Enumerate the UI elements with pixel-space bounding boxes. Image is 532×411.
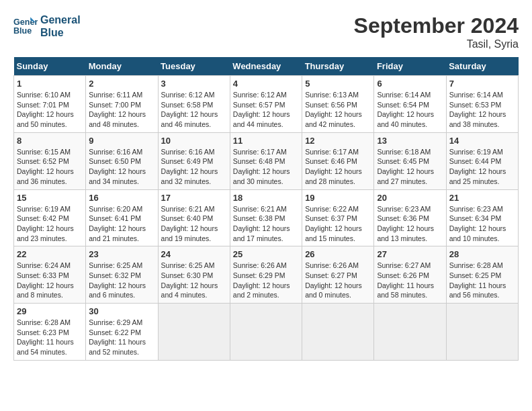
day-number: 27 [377,249,443,259]
calendar-header-row: SundayMondayTuesdayWednesdayThursdayFrid… [14,57,519,76]
calendar-cell: 29 Sunrise: 6:28 AM Sunset: 6:23 PM Dayl… [14,304,86,361]
calendar-cell: 12 Sunrise: 6:17 AM Sunset: 6:46 PM Dayl… [302,132,374,189]
day-info: Sunrise: 6:28 AM Sunset: 6:23 PM Dayligh… [17,318,83,357]
day-info: Sunrise: 6:16 AM Sunset: 6:49 PM Dayligh… [161,147,227,187]
day-number: 28 [449,249,515,259]
day-info: Sunrise: 6:12 AM Sunset: 6:57 PM Dayligh… [233,90,299,130]
day-number: 7 [449,79,515,89]
day-number: 20 [377,193,443,203]
day-number: 3 [161,79,227,89]
calendar-cell: 17 Sunrise: 6:21 AM Sunset: 6:40 PM Dayl… [158,189,230,246]
day-number: 26 [305,249,371,259]
day-info: Sunrise: 6:19 AM Sunset: 6:44 PM Dayligh… [449,147,515,187]
logo-text-general: General [40,13,81,26]
calendar-cell: 26 Sunrise: 6:26 AM Sunset: 6:27 PM Dayl… [302,246,374,304]
calendar-cell: 3 Sunrise: 6:12 AM Sunset: 6:58 PM Dayli… [158,76,230,133]
day-number: 23 [89,249,154,259]
day-of-week-header: Thursday [302,57,374,76]
location: Tasil, Syria [354,38,519,50]
calendar-cell: 10 Sunrise: 6:16 AM Sunset: 6:49 PM Dayl… [158,132,230,189]
day-info: Sunrise: 6:26 AM Sunset: 6:27 PM Dayligh… [305,261,371,300]
logo: General Blue General Blue [13,13,81,39]
day-of-week-header: Friday [374,57,446,76]
day-info: Sunrise: 6:29 AM Sunset: 6:22 PM Dayligh… [89,318,154,357]
day-number: 10 [161,136,227,146]
svg-text:Blue: Blue [13,26,32,36]
calendar-cell: 14 Sunrise: 6:19 AM Sunset: 6:44 PM Dayl… [446,132,518,189]
calendar-cell: 23 Sunrise: 6:25 AM Sunset: 6:32 PM Dayl… [86,246,158,304]
calendar-cell: 13 Sunrise: 6:18 AM Sunset: 6:45 PM Dayl… [374,132,446,189]
day-info: Sunrise: 6:24 AM Sunset: 6:33 PM Dayligh… [17,261,83,300]
calendar-cell: 18 Sunrise: 6:21 AM Sunset: 6:38 PM Dayl… [230,189,302,246]
day-info: Sunrise: 6:21 AM Sunset: 6:40 PM Dayligh… [161,204,227,244]
day-number: 6 [377,79,443,89]
calendar-cell: 8 Sunrise: 6:15 AM Sunset: 6:52 PM Dayli… [14,132,86,189]
day-info: Sunrise: 6:17 AM Sunset: 6:48 PM Dayligh… [233,147,299,187]
logo-icon: General Blue [13,14,38,38]
day-number: 11 [233,136,299,146]
day-info: Sunrise: 6:28 AM Sunset: 6:25 PM Dayligh… [449,261,515,300]
day-number: 19 [305,193,371,203]
day-number: 24 [161,249,227,259]
calendar-cell: 2 Sunrise: 6:11 AM Sunset: 7:00 PM Dayli… [86,76,158,133]
day-info: Sunrise: 6:21 AM Sunset: 6:38 PM Dayligh… [233,204,299,244]
day-info: Sunrise: 6:23 AM Sunset: 6:34 PM Dayligh… [449,204,515,244]
calendar-cell: 30 Sunrise: 6:29 AM Sunset: 6:22 PM Dayl… [86,304,158,361]
calendar-table: SundayMondayTuesdayWednesdayThursdayFrid… [13,57,519,361]
day-info: Sunrise: 6:16 AM Sunset: 6:50 PM Dayligh… [89,147,154,187]
day-of-week-header: Monday [86,57,158,76]
day-number: 22 [17,249,83,259]
calendar-cell: 15 Sunrise: 6:19 AM Sunset: 6:42 PM Dayl… [14,189,86,246]
day-number: 16 [89,193,154,203]
day-info: Sunrise: 6:23 AM Sunset: 6:36 PM Dayligh… [377,204,443,244]
day-info: Sunrise: 6:14 AM Sunset: 6:53 PM Dayligh… [449,90,515,130]
month-title: September 2024 [354,13,519,38]
day-info: Sunrise: 6:22 AM Sunset: 6:37 PM Dayligh… [305,204,371,244]
logo-text-blue: Blue [40,26,81,39]
day-number: 21 [449,193,515,203]
calendar-body: 1 Sunrise: 6:10 AM Sunset: 7:01 PM Dayli… [14,76,519,361]
calendar-cell: 19 Sunrise: 6:22 AM Sunset: 6:37 PM Dayl… [302,189,374,246]
calendar-cell: 28 Sunrise: 6:28 AM Sunset: 6:25 PM Dayl… [446,246,518,304]
day-info: Sunrise: 6:18 AM Sunset: 6:45 PM Dayligh… [377,147,443,187]
calendar-week-row: 8 Sunrise: 6:15 AM Sunset: 6:52 PM Dayli… [14,132,519,189]
day-number: 15 [17,193,83,203]
day-number: 12 [305,136,371,146]
day-number: 5 [305,79,371,89]
day-number: 9 [89,136,154,146]
calendar-week-row: 15 Sunrise: 6:19 AM Sunset: 6:42 PM Dayl… [14,189,519,246]
calendar-cell [158,304,230,361]
day-info: Sunrise: 6:11 AM Sunset: 7:00 PM Dayligh… [89,90,154,130]
day-info: Sunrise: 6:15 AM Sunset: 6:52 PM Dayligh… [17,147,83,187]
day-info: Sunrise: 6:25 AM Sunset: 6:32 PM Dayligh… [89,261,154,300]
day-info: Sunrise: 6:17 AM Sunset: 6:46 PM Dayligh… [305,147,371,187]
calendar-cell: 22 Sunrise: 6:24 AM Sunset: 6:33 PM Dayl… [14,246,86,304]
day-number: 2 [89,79,154,89]
calendar-cell [446,304,518,361]
calendar-week-row: 1 Sunrise: 6:10 AM Sunset: 7:01 PM Dayli… [14,76,519,133]
calendar-cell: 27 Sunrise: 6:27 AM Sunset: 6:26 PM Dayl… [374,246,446,304]
page-header: General Blue General Blue September 2024… [13,13,519,50]
day-number: 29 [17,306,83,316]
day-number: 18 [233,193,299,203]
calendar-cell: 16 Sunrise: 6:20 AM Sunset: 6:41 PM Dayl… [86,189,158,246]
day-number: 17 [161,193,227,203]
day-number: 13 [377,136,443,146]
day-info: Sunrise: 6:27 AM Sunset: 6:26 PM Dayligh… [377,261,443,300]
day-info: Sunrise: 6:10 AM Sunset: 7:01 PM Dayligh… [17,90,83,130]
calendar-cell [230,304,302,361]
day-number: 1 [17,79,83,89]
calendar-cell: 20 Sunrise: 6:23 AM Sunset: 6:36 PM Dayl… [374,189,446,246]
calendar-cell: 21 Sunrise: 6:23 AM Sunset: 6:34 PM Dayl… [446,189,518,246]
calendar-cell: 24 Sunrise: 6:25 AM Sunset: 6:30 PM Dayl… [158,246,230,304]
calendar-cell: 7 Sunrise: 6:14 AM Sunset: 6:53 PM Dayli… [446,76,518,133]
calendar-cell: 9 Sunrise: 6:16 AM Sunset: 6:50 PM Dayli… [86,132,158,189]
title-block: September 2024 Tasil, Syria [354,13,519,50]
day-number: 8 [17,136,83,146]
calendar-week-row: 22 Sunrise: 6:24 AM Sunset: 6:33 PM Dayl… [14,246,519,304]
calendar-cell [302,304,374,361]
day-info: Sunrise: 6:26 AM Sunset: 6:29 PM Dayligh… [233,261,299,300]
calendar-cell: 4 Sunrise: 6:12 AM Sunset: 6:57 PM Dayli… [230,76,302,133]
day-info: Sunrise: 6:14 AM Sunset: 6:54 PM Dayligh… [377,90,443,130]
day-number: 4 [233,79,299,89]
